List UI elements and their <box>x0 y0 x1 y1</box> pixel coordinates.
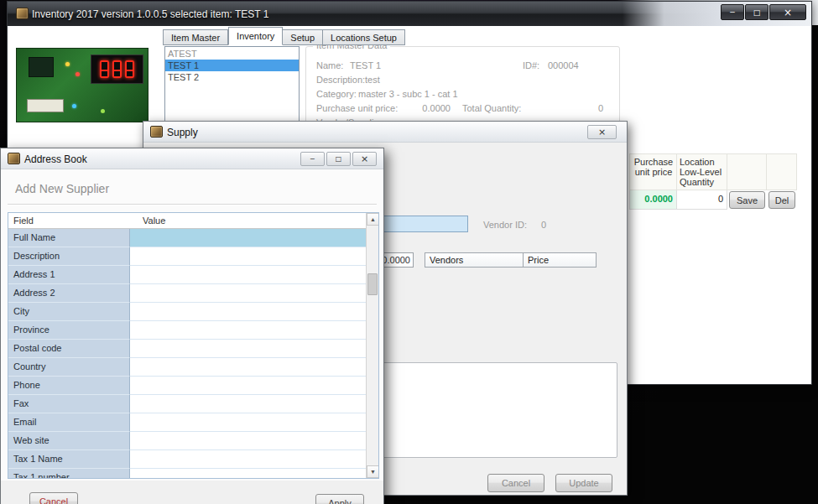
field-value-input[interactable] <box>130 340 367 358</box>
field-value-input[interactable] <box>130 450 367 469</box>
field-value-input[interactable] <box>130 266 367 284</box>
save-button[interactable]: Save <box>729 191 765 209</box>
del-button[interactable]: Del <box>769 191 795 209</box>
vendor-id-value: 0 <box>541 220 546 230</box>
col-del <box>767 153 797 190</box>
field-name: Email <box>8 413 130 432</box>
field-value-input[interactable] <box>130 247 367 266</box>
field-name: Tax 1 number <box>8 469 130 479</box>
name-label: Name: <box>316 60 343 70</box>
address-book-scrollbar[interactable]: ▲ ▼ <box>366 213 378 478</box>
col-price[interactable]: Price <box>524 252 597 268</box>
field-value-input[interactable] <box>130 358 367 377</box>
tab-inventory[interactable]: Inventory <box>228 27 283 45</box>
supply-titlebar[interactable]: Supply × <box>143 122 627 143</box>
description-label: Description: <box>316 75 365 85</box>
window-controls: ─ □ × <box>721 4 806 20</box>
minimize-icon: ─ <box>730 8 734 17</box>
purchase-price-value: 0.0000 <box>407 103 451 113</box>
col-save <box>727 153 767 190</box>
list-item-test1-selected[interactable]: TEST 1 <box>165 60 299 71</box>
location-grid-header: Purchase unit price Location Low-Level Q… <box>629 153 797 190</box>
row-purchase-price-cell[interactable]: 0.0000 <box>629 190 677 210</box>
field-value-input[interactable] <box>130 469 367 479</box>
supply-cancel-button[interactable]: Cancel <box>487 474 544 492</box>
field-name: Phone <box>8 377 130 395</box>
table-row: Phone <box>8 377 367 395</box>
location-grid-row: 0.0000 0 Save Del <box>629 190 797 210</box>
minimize-button[interactable]: ─ <box>721 4 744 20</box>
table-row: Address 2 <box>8 284 367 303</box>
id-label: ID#: <box>523 60 539 70</box>
field-name: Fax <box>8 395 130 413</box>
vendors-list-header: Vendors Price <box>425 252 597 268</box>
tab-locations-setup[interactable]: Locations Setup <box>323 29 405 45</box>
table-row: Fax <box>8 395 367 413</box>
field-value-input[interactable] <box>130 303 367 321</box>
field-value-input[interactable] <box>130 321 367 340</box>
add-new-supplier-heading: Add New Supplier <box>15 182 109 195</box>
col-vendors[interactable]: Vendors <box>425 252 524 268</box>
maximize-icon: □ <box>753 8 761 17</box>
close-icon: × <box>784 7 792 18</box>
total-quantity-label: Total Quantity: <box>462 103 521 113</box>
name-value: TEST 1 <box>350 60 381 70</box>
table-row: City <box>8 303 367 321</box>
main-titlebar[interactable]: Inventory 2017 version 1.0.0.5 selected … <box>8 2 811 26</box>
field-value-input[interactable] <box>130 413 367 432</box>
total-quantity-value: 0 <box>591 103 603 113</box>
field-value-input[interactable] <box>130 432 367 450</box>
list-item-test2[interactable]: TEST 2 <box>165 71 299 83</box>
pcb-connector <box>27 99 64 112</box>
address-book-window: Address Book ─ □ × Add New Supplier Fiel… <box>0 148 384 504</box>
app-icon <box>16 8 29 19</box>
field-value-input[interactable] <box>130 395 367 413</box>
tab-item-master[interactable]: Item Master <box>163 29 228 45</box>
close-button[interactable]: × <box>769 4 806 20</box>
supply-update-button[interactable]: Update <box>555 474 612 492</box>
tab-strip: Item Master Inventory Setup Locations Se… <box>163 27 405 45</box>
tab-setup[interactable]: Setup <box>283 29 323 45</box>
field-value-input[interactable] <box>130 284 367 303</box>
row-quantity-cell[interactable]: 0 <box>677 190 727 210</box>
id-value: 000004 <box>548 60 579 70</box>
scrollbar-thumb[interactable] <box>367 273 378 295</box>
table-row: Address 1 <box>8 266 367 284</box>
supply-close-button[interactable]: × <box>587 125 617 139</box>
maximize-button[interactable]: □ <box>745 4 769 20</box>
scroll-down-icon[interactable]: ▼ <box>367 465 379 478</box>
purchase-price-label: Purchase unit price: <box>316 103 398 113</box>
address-book-app-icon <box>8 153 20 164</box>
table-row: Email <box>8 413 367 432</box>
field-name: Full Name <box>8 229 130 247</box>
field-name: Address 2 <box>8 284 130 303</box>
field-name: Web site <box>8 432 130 450</box>
table-row: Tax 1 number <box>8 469 367 479</box>
address-book-title: Address Book <box>24 153 87 165</box>
col-field: Field <box>13 216 34 226</box>
field-value-input[interactable] <box>130 229 367 247</box>
scroll-up-icon[interactable]: ▲ <box>367 213 379 226</box>
table-header: Field Value <box>8 213 367 229</box>
col-value: Value <box>143 216 165 226</box>
ab-maximize-button[interactable]: □ <box>326 152 351 166</box>
table-row: Description <box>8 247 367 266</box>
ab-apply-button[interactable]: Apply <box>315 494 364 504</box>
field-value-input[interactable] <box>130 377 367 395</box>
address-book-titlebar[interactable]: Address Book ─ □ × <box>1 148 383 169</box>
list-item-atest[interactable]: ATEST <box>165 48 299 60</box>
pcb-led-display <box>91 55 143 84</box>
table-row: Country <box>8 358 367 377</box>
field-name: Postal code <box>8 340 130 358</box>
table-row: Province <box>8 321 367 340</box>
field-name: Tax 1 Name <box>8 450 130 469</box>
close-icon: × <box>598 127 606 138</box>
item-listbox[interactable]: ATEST TEST 1 TEST 2 <box>164 46 300 125</box>
col-location-low-level-quantity: Location Low-Level Quantity <box>677 153 727 190</box>
table-row: Postal code <box>8 340 367 358</box>
ab-cancel-button[interactable]: Cancel <box>29 492 78 504</box>
ab-close-button[interactable]: × <box>352 152 377 166</box>
ab-minimize-button[interactable]: ─ <box>300 152 325 166</box>
location-grid: Purchase unit price Location Low-Level Q… <box>629 153 797 210</box>
field-name: Description <box>8 247 130 266</box>
